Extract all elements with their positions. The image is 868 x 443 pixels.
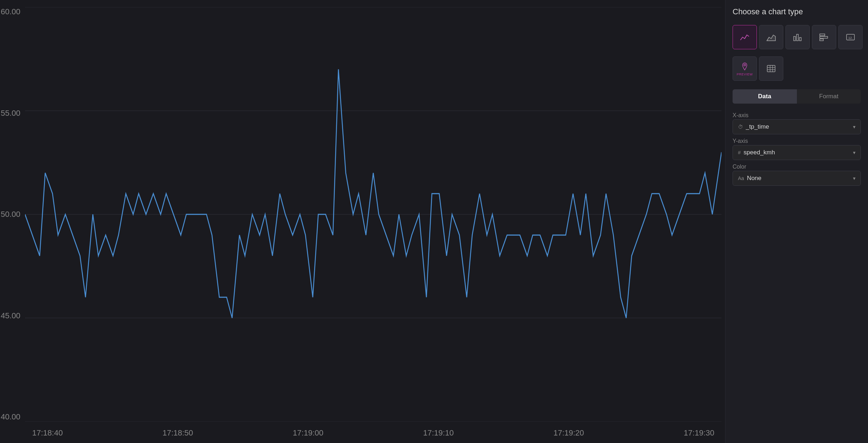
svg-rect-9 — [820, 34, 825, 36]
preview-label: PREVIEW — [736, 73, 753, 76]
xaxis-section: X-axis ⏱ _tp_time ▾ — [733, 112, 861, 134]
svg-rect-11 — [820, 39, 823, 41]
tab-data[interactable]: Data — [733, 89, 797, 104]
sidebar-title: Choose a chart type — [733, 7, 861, 16]
x-label-4: 17:19:20 — [554, 428, 584, 438]
tab-format[interactable]: Format — [797, 89, 861, 104]
sidebar: Choose a chart type — [725, 0, 868, 443]
svg-marker-5 — [767, 35, 775, 41]
y-label-60: 60.00 — [1, 7, 20, 16]
yaxis-label: Y-axis — [733, 138, 861, 144]
x-label-3: 17:19:10 — [423, 428, 454, 438]
chart-type-bar[interactable] — [785, 25, 810, 49]
color-label: Color — [733, 164, 861, 170]
svg-rect-15 — [767, 65, 775, 72]
color-left: Aa None — [738, 175, 762, 182]
yaxis-section: Y-axis # speed_kmh ▾ — [733, 138, 861, 160]
chart-type-stat[interactable]: 12. — [838, 25, 863, 49]
color-section: Color Aa None ▾ — [733, 164, 861, 186]
y-label-55: 55.00 — [1, 109, 20, 118]
svg-rect-7 — [797, 34, 798, 41]
svg-point-14 — [744, 64, 746, 66]
color-chevron: ▾ — [853, 175, 855, 181]
chart-svg-container — [25, 7, 721, 422]
xaxis-value: _tp_time — [746, 123, 769, 130]
chart-type-line[interactable] — [733, 25, 757, 49]
y-label-50: 50.00 — [1, 210, 20, 219]
hash-icon: # — [738, 150, 741, 155]
color-value: None — [747, 175, 762, 182]
color-dropdown[interactable]: Aa None ▾ — [733, 171, 861, 186]
y-axis: 60.00 55.00 50.00 45.00 40.00 — [0, 0, 23, 422]
tabs: Data Format — [733, 89, 861, 104]
xaxis-dropdown[interactable]: ⏱ _tp_time ▾ — [733, 119, 861, 134]
clock-icon: ⏱ — [738, 124, 743, 130]
x-label-1: 17:18:50 — [163, 428, 193, 438]
xaxis-chevron: ▾ — [853, 124, 855, 130]
chart-type-pin[interactable]: PREVIEW — [733, 56, 757, 81]
chart-type-table[interactable] — [759, 56, 783, 81]
svg-rect-8 — [799, 38, 801, 41]
svg-rect-6 — [794, 36, 795, 41]
chart-type-grid-row2: PREVIEW — [733, 56, 861, 81]
x-axis: 17:18:40 17:18:50 17:19:00 17:19:10 17:1… — [25, 428, 721, 438]
svg-rect-10 — [820, 36, 828, 38]
yaxis-value: speed_kmh — [744, 149, 775, 156]
svg-text:12.: 12. — [848, 36, 853, 40]
field-section: X-axis ⏱ _tp_time ▾ Y-axis # speed_kmh ▾ — [733, 112, 861, 186]
chart-type-hbar[interactable] — [812, 25, 836, 49]
yaxis-chevron: ▾ — [853, 150, 855, 155]
x-label-5: 17:19:30 — [684, 428, 714, 438]
text-icon: Aa — [738, 175, 744, 181]
xaxis-label: X-axis — [733, 112, 861, 119]
yaxis-left: # speed_kmh — [738, 149, 775, 156]
chart-type-area[interactable] — [759, 25, 783, 49]
yaxis-dropdown[interactable]: # speed_kmh ▾ — [733, 145, 861, 160]
y-label-45: 45.00 — [1, 311, 20, 320]
chart-type-grid: 12. — [733, 25, 861, 49]
x-label-0: 17:18:40 — [32, 428, 63, 438]
chart-area: 60.00 55.00 50.00 45.00 40.00 17:18:40 1… — [0, 0, 725, 443]
y-label-40: 40.00 — [1, 412, 20, 422]
x-label-2: 17:19:00 — [293, 428, 323, 438]
xaxis-left: ⏱ _tp_time — [738, 123, 769, 130]
